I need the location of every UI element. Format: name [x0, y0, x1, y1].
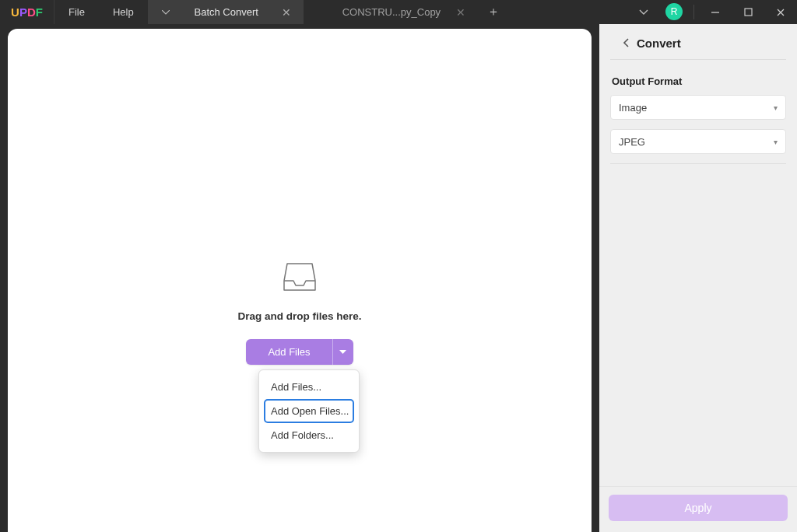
output-subformat-value: JPEG	[619, 136, 645, 148]
tab-construpy[interactable]: CONSTRU...py_Copy ✕	[304, 0, 478, 24]
tab-label: CONSTRU...py_Copy	[342, 6, 441, 18]
output-format-label: Output Format	[612, 75, 785, 87]
canvas[interactable]: Drag and drop files here. Add Files Add …	[8, 29, 592, 532]
window-close[interactable]	[764, 0, 797, 24]
separator	[693, 5, 694, 19]
drop-zone: Drag and drop files here. Add Files	[183, 262, 416, 365]
output-subformat-select[interactable]: JPEG ▾	[610, 129, 786, 154]
window-maximize[interactable]	[732, 0, 764, 24]
dropdown-item-add-open-files[interactable]: Add Open Files...	[264, 399, 354, 423]
titlebar-dropdown[interactable]	[628, 0, 659, 24]
inbox-icon	[183, 262, 416, 296]
dropdown-item-add-files[interactable]: Add Files...	[264, 375, 354, 399]
menu-file[interactable]: File	[54, 0, 99, 24]
apply-button[interactable]: Apply	[609, 495, 788, 521]
logo-letter-u: U	[11, 5, 19, 19]
tab-batch-convert[interactable]: Batch Convert ✕	[148, 0, 304, 24]
menu-help[interactable]: Help	[99, 0, 148, 24]
tab-dropdown-icon[interactable]	[159, 10, 173, 15]
panel-body: Output Format Image ▾ JPEG ▾	[599, 60, 797, 175]
add-files-button[interactable]: Add Files	[246, 339, 353, 365]
app-logo: UPDF	[0, 0, 54, 24]
add-files-caret-icon[interactable]	[333, 339, 353, 365]
drop-text: Drag and drop files here.	[183, 310, 416, 322]
panel-divider	[610, 163, 786, 164]
convert-panel: Convert Output Format Image ▾ JPEG ▾ App…	[599, 24, 797, 532]
output-format-select[interactable]: Image ▾	[610, 95, 786, 120]
panel-title: Convert	[637, 37, 681, 50]
tab-close-icon[interactable]: ✕	[455, 6, 467, 19]
panel-footer: Apply	[599, 486, 797, 532]
chevron-down-icon: ▾	[774, 103, 778, 112]
panel-header: Convert	[610, 24, 786, 60]
app-window: UPDF File Help Batch Convert ✕ CONSTRU..…	[0, 0, 797, 532]
logo-letter-p: P	[19, 5, 27, 19]
window-minimize[interactable]	[699, 0, 732, 24]
logo-letter-f: F	[36, 5, 43, 19]
workspace: Drag and drop files here. Add Files Add …	[0, 24, 797, 532]
titlebar: UPDF File Help Batch Convert ✕ CONSTRU..…	[0, 0, 797, 24]
svg-rect-1	[745, 9, 752, 16]
logo-letter-d: D	[27, 5, 36, 19]
chevron-down-icon: ▾	[774, 138, 778, 146]
tab-close-icon[interactable]: ✕	[280, 6, 293, 19]
add-files-dropdown: Add Files... Add Open Files... Add Folde…	[258, 369, 360, 453]
output-format-value: Image	[619, 102, 647, 114]
tab-label: Batch Convert	[187, 6, 266, 18]
new-tab-button[interactable]: ＋	[478, 0, 509, 24]
dropdown-item-add-folders[interactable]: Add Folders...	[264, 423, 354, 447]
add-files-button-label: Add Files	[246, 339, 332, 365]
back-icon[interactable]	[623, 37, 629, 50]
canvas-wrap: Drag and drop files here. Add Files Add …	[0, 24, 599, 532]
user-avatar[interactable]: R	[665, 3, 683, 20]
